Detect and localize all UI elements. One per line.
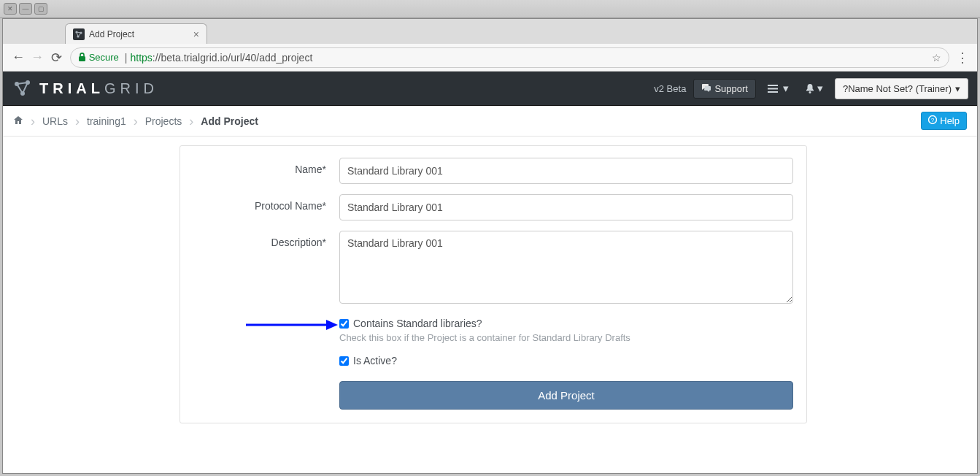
- chevron-right-icon: ›: [75, 115, 80, 128]
- tab-title: Add Project: [89, 29, 193, 39]
- caret-down-icon: ▾: [955, 83, 960, 94]
- brand-text-bold: TRIAL: [39, 80, 104, 96]
- protocol-label: Protocol Name*: [193, 194, 339, 220]
- form-row-name: Name*: [193, 158, 793, 184]
- protocol-input[interactable]: [339, 194, 793, 220]
- brand-text: TRIALGRID: [39, 80, 158, 97]
- browser-tab[interactable]: Add Project ×: [65, 23, 207, 44]
- svg-point-11: [809, 91, 811, 93]
- list-dropdown-icon[interactable]: ▾: [763, 79, 793, 98]
- svg-rect-10: [768, 91, 778, 93]
- chevron-right-icon: ›: [134, 115, 138, 128]
- name-input[interactable]: [339, 158, 793, 184]
- tab-strip: Add Project ×: [3, 19, 977, 44]
- url-host: ://beta.trialgrid.io: [153, 52, 228, 64]
- breadcrumb-item-projects[interactable]: Projects: [145, 115, 182, 127]
- navbar-right: v2 Beta Support ▾ ▾ ?Name Not Set? (Trai…: [654, 78, 968, 99]
- lock-icon: Secure: [78, 52, 119, 63]
- name-label: Name*: [193, 158, 339, 184]
- breadcrumb-item-training[interactable]: training1: [87, 115, 126, 127]
- chevron-right-icon: ›: [189, 115, 193, 128]
- caret-down-icon: ▾: [817, 82, 823, 95]
- support-button[interactable]: Support: [693, 79, 756, 99]
- active-checkbox[interactable]: [339, 356, 349, 366]
- url-separator: |: [125, 52, 128, 64]
- browser-menu-icon[interactable]: ⋮: [954, 50, 971, 66]
- url-path: /url/40/add_project: [228, 52, 312, 64]
- chevron-right-icon: ›: [31, 115, 35, 128]
- user-label: ?Name Not Set? (Trainer): [843, 83, 952, 94]
- breadcrumb: › URLs › training1 › Projects › Add Proj…: [13, 115, 921, 128]
- form-panel: Name* Protocol Name* Description*: [180, 145, 807, 423]
- notifications-icon[interactable]: ▾: [800, 79, 827, 98]
- back-icon[interactable]: ←: [9, 48, 28, 67]
- svg-rect-8: [768, 85, 778, 86]
- url-bar: ← → ⟳ Secure | https://beta.trialgrid.io…: [3, 44, 977, 72]
- contains-label[interactable]: Contains Standard libraries?: [353, 318, 482, 329]
- contains-help-text: Check this box if the Project is a conta…: [339, 332, 793, 343]
- brand[interactable]: TRIALGRID: [12, 77, 654, 99]
- os-maximize-button[interactable]: ▢: [34, 3, 47, 15]
- brand-text-light: GRID: [104, 80, 158, 96]
- forward-icon[interactable]: →: [28, 48, 47, 67]
- svg-rect-4: [79, 56, 85, 61]
- form-row-description: Description*: [193, 231, 793, 306]
- brand-logo-icon: [12, 77, 34, 99]
- caret-down-icon: ▾: [783, 82, 789, 95]
- svg-rect-9: [768, 88, 778, 89]
- help-label: Help: [940, 115, 960, 126]
- svg-text:?: ?: [931, 117, 935, 123]
- breadcrumb-item-current: Add Project: [201, 115, 258, 127]
- add-project-button[interactable]: Add Project: [339, 381, 793, 410]
- svg-rect-0: [73, 28, 85, 40]
- breadcrumb-row: › URLs › training1 › Projects › Add Proj…: [3, 106, 977, 137]
- version-label: v2 Beta: [654, 83, 686, 94]
- form-row-contains: Contains Standard libraries? Check this …: [193, 316, 793, 343]
- page-content: Name* Protocol Name* Description*: [3, 137, 977, 473]
- url-scheme: https: [130, 52, 152, 64]
- description-label: Description*: [193, 231, 339, 306]
- address-bar[interactable]: Secure | https://beta.trialgrid.io/url/4…: [70, 47, 949, 68]
- support-label: Support: [714, 83, 748, 94]
- reload-icon[interactable]: ⟳: [47, 48, 66, 67]
- description-input[interactable]: [339, 231, 793, 304]
- os-minimize-button[interactable]: —: [19, 3, 32, 15]
- user-menu-button[interactable]: ?Name Not Set? (Trainer) ▾: [835, 78, 968, 99]
- browser-window: Add Project × ← → ⟳ Secure | https://bet…: [2, 18, 978, 474]
- help-button[interactable]: ? Help: [921, 112, 967, 130]
- chat-icon: [701, 83, 711, 94]
- contains-checkbox[interactable]: [339, 319, 349, 329]
- form-row-submit: Add Project: [193, 377, 793, 410]
- form-row-protocol: Protocol Name*: [193, 194, 793, 220]
- app-navbar: TRIALGRID v2 Beta Support ▾ ▾ ?Name Not …: [3, 72, 977, 106]
- secure-label: Secure: [89, 52, 119, 63]
- os-close-button[interactable]: ✕: [4, 3, 17, 15]
- bookmark-star-icon[interactable]: ☆: [932, 52, 941, 64]
- breadcrumb-item-urls[interactable]: URLs: [42, 115, 68, 127]
- favicon-icon: [73, 28, 85, 40]
- question-icon: ?: [928, 115, 937, 126]
- home-icon[interactable]: [13, 115, 23, 127]
- close-icon[interactable]: ×: [193, 28, 199, 40]
- form-row-active: Is Active?: [193, 353, 793, 366]
- os-titlebar: ✕ — ▢: [0, 0, 980, 18]
- active-label[interactable]: Is Active?: [353, 355, 397, 366]
